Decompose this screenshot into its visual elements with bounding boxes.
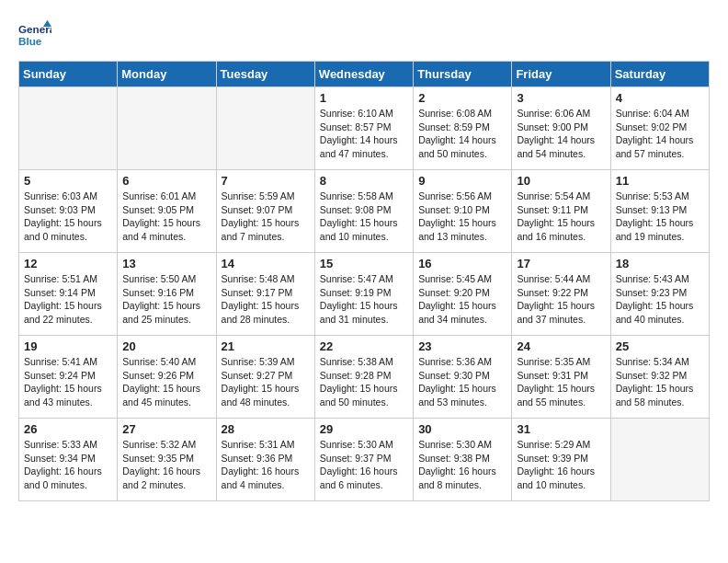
calendar-week-5: 26Sunrise: 5:33 AM Sunset: 9:34 PM Dayli… [19, 419, 710, 501]
calendar-cell [216, 87, 314, 170]
calendar-week-1: 1Sunrise: 6:10 AM Sunset: 8:57 PM Daylig… [19, 87, 710, 170]
calendar-cell: 14Sunrise: 5:48 AM Sunset: 9:17 PM Dayli… [216, 253, 314, 336]
day-number: 3 [517, 91, 605, 105]
day-info: Sunrise: 5:54 AM Sunset: 9:11 PM Dayligh… [517, 190, 605, 244]
calendar-cell: 16Sunrise: 5:45 AM Sunset: 9:20 PM Dayli… [414, 253, 512, 336]
day-info: Sunrise: 5:32 AM Sunset: 9:35 PM Dayligh… [122, 438, 210, 492]
day-info: Sunrise: 5:41 AM Sunset: 9:24 PM Dayligh… [24, 355, 112, 409]
day-info: Sunrise: 5:56 AM Sunset: 9:10 PM Dayligh… [418, 190, 506, 244]
calendar-cell: 24Sunrise: 5:35 AM Sunset: 9:31 PM Dayli… [512, 336, 610, 419]
day-number: 21 [222, 339, 310, 353]
day-header-saturday: Saturday [610, 62, 709, 87]
day-info: Sunrise: 5:48 AM Sunset: 9:17 PM Dayligh… [222, 272, 310, 327]
day-info: Sunrise: 5:35 AM Sunset: 9:31 PM Dayligh… [517, 355, 605, 409]
day-header-tuesday: Tuesday [216, 62, 314, 87]
day-number: 15 [320, 257, 408, 270]
day-number: 29 [320, 422, 408, 436]
day-info: Sunrise: 6:08 AM Sunset: 8:59 PM Dayligh… [418, 107, 506, 161]
day-number: 8 [320, 174, 408, 188]
day-info: Sunrise: 5:45 AM Sunset: 9:20 PM Dayligh… [418, 272, 506, 327]
calendar-cell: 19Sunrise: 5:41 AM Sunset: 9:24 PM Dayli… [19, 336, 118, 419]
calendar-cell [19, 87, 118, 170]
calendar-cell: 17Sunrise: 5:44 AM Sunset: 9:22 PM Dayli… [512, 253, 610, 336]
calendar-cell: 7Sunrise: 5:59 AM Sunset: 9:07 PM Daylig… [216, 170, 314, 253]
day-header-sunday: Sunday [19, 62, 118, 87]
day-info: Sunrise: 6:04 AM Sunset: 9:02 PM Dayligh… [616, 107, 704, 161]
day-number: 1 [320, 91, 408, 105]
day-number: 28 [222, 422, 310, 436]
day-number: 9 [418, 174, 506, 188]
day-info: Sunrise: 6:10 AM Sunset: 8:57 PM Dayligh… [320, 107, 408, 161]
day-number: 26 [24, 422, 112, 436]
day-number: 31 [517, 422, 605, 436]
day-number: 24 [517, 339, 605, 353]
calendar-cell: 2Sunrise: 6:08 AM Sunset: 8:59 PM Daylig… [414, 87, 512, 170]
calendar-week-2: 5Sunrise: 6:03 AM Sunset: 9:03 PM Daylig… [19, 170, 710, 253]
calendar-cell: 1Sunrise: 6:10 AM Sunset: 8:57 PM Daylig… [314, 87, 413, 170]
calendar-cell: 12Sunrise: 5:51 AM Sunset: 9:14 PM Dayli… [19, 253, 118, 336]
calendar-cell: 22Sunrise: 5:38 AM Sunset: 9:28 PM Dayli… [314, 336, 413, 419]
day-number: 2 [418, 91, 506, 105]
day-info: Sunrise: 5:29 AM Sunset: 9:39 PM Dayligh… [517, 438, 605, 492]
calendar-cell: 21Sunrise: 5:39 AM Sunset: 9:27 PM Dayli… [216, 336, 314, 419]
calendar-week-3: 12Sunrise: 5:51 AM Sunset: 9:14 PM Dayli… [19, 253, 710, 336]
calendar-cell: 5Sunrise: 6:03 AM Sunset: 9:03 PM Daylig… [19, 170, 118, 253]
calendar-cell: 31Sunrise: 5:29 AM Sunset: 9:39 PM Dayli… [512, 419, 610, 501]
day-info: Sunrise: 6:01 AM Sunset: 9:05 PM Dayligh… [122, 190, 210, 244]
day-number: 30 [418, 422, 506, 436]
day-info: Sunrise: 5:39 AM Sunset: 9:27 PM Dayligh… [222, 355, 310, 409]
calendar-cell: 18Sunrise: 5:43 AM Sunset: 9:23 PM Dayli… [610, 253, 709, 336]
day-header-monday: Monday [118, 62, 216, 87]
day-info: Sunrise: 5:43 AM Sunset: 9:23 PM Dayligh… [616, 272, 704, 327]
day-info: Sunrise: 5:31 AM Sunset: 9:36 PM Dayligh… [222, 438, 310, 492]
calendar-cell: 23Sunrise: 5:36 AM Sunset: 9:30 PM Dayli… [414, 336, 512, 419]
day-info: Sunrise: 5:34 AM Sunset: 9:32 PM Dayligh… [616, 355, 704, 409]
day-number: 14 [222, 257, 310, 270]
day-number: 13 [122, 257, 210, 270]
days-header-row: SundayMondayTuesdayWednesdayThursdayFrid… [19, 62, 710, 87]
day-info: Sunrise: 5:33 AM Sunset: 9:34 PM Dayligh… [24, 438, 112, 492]
day-number: 16 [418, 257, 506, 270]
day-number: 18 [616, 257, 704, 270]
day-number: 27 [122, 422, 210, 436]
day-info: Sunrise: 5:40 AM Sunset: 9:26 PM Dayligh… [122, 355, 210, 409]
day-info: Sunrise: 6:06 AM Sunset: 9:00 PM Dayligh… [517, 107, 605, 161]
day-info: Sunrise: 5:53 AM Sunset: 9:13 PM Dayligh… [616, 190, 704, 244]
calendar-cell: 13Sunrise: 5:50 AM Sunset: 9:16 PM Dayli… [118, 253, 216, 336]
day-number: 4 [616, 91, 704, 105]
calendar-cell: 20Sunrise: 5:40 AM Sunset: 9:26 PM Dayli… [118, 336, 216, 419]
calendar-cell: 26Sunrise: 5:33 AM Sunset: 9:34 PM Dayli… [19, 419, 118, 501]
day-header-friday: Friday [512, 62, 610, 87]
day-info: Sunrise: 5:58 AM Sunset: 9:08 PM Dayligh… [320, 190, 408, 244]
day-info: Sunrise: 5:59 AM Sunset: 9:07 PM Dayligh… [222, 190, 310, 244]
calendar-cell: 29Sunrise: 5:30 AM Sunset: 9:37 PM Dayli… [314, 419, 413, 501]
calendar-cell: 9Sunrise: 5:56 AM Sunset: 9:10 PM Daylig… [414, 170, 512, 253]
calendar-cell: 4Sunrise: 6:04 AM Sunset: 9:02 PM Daylig… [610, 87, 709, 170]
calendar-cell [118, 87, 216, 170]
calendar-cell: 11Sunrise: 5:53 AM Sunset: 9:13 PM Dayli… [610, 170, 709, 253]
calendar-cell: 28Sunrise: 5:31 AM Sunset: 9:36 PM Dayli… [216, 419, 314, 501]
calendar-week-4: 19Sunrise: 5:41 AM Sunset: 9:24 PM Dayli… [19, 336, 710, 419]
day-number: 12 [24, 257, 112, 270]
day-number: 11 [616, 174, 704, 188]
day-number: 23 [418, 339, 506, 353]
day-header-wednesday: Wednesday [314, 62, 413, 87]
day-info: Sunrise: 5:47 AM Sunset: 9:19 PM Dayligh… [320, 272, 408, 327]
day-info: Sunrise: 5:36 AM Sunset: 9:30 PM Dayligh… [418, 355, 506, 409]
calendar-cell: 6Sunrise: 6:01 AM Sunset: 9:05 PM Daylig… [118, 170, 216, 253]
day-info: Sunrise: 6:03 AM Sunset: 9:03 PM Dayligh… [24, 190, 112, 244]
day-number: 22 [320, 339, 408, 353]
calendar-cell: 10Sunrise: 5:54 AM Sunset: 9:11 PM Dayli… [512, 170, 610, 253]
calendar-cell: 27Sunrise: 5:32 AM Sunset: 9:35 PM Dayli… [118, 419, 216, 501]
page-header: General Blue [18, 18, 710, 52]
calendar-cell: 30Sunrise: 5:30 AM Sunset: 9:38 PM Dayli… [414, 419, 512, 501]
calendar-table: SundayMondayTuesdayWednesdayThursdayFrid… [18, 61, 710, 501]
day-number: 7 [222, 174, 310, 188]
calendar-cell [610, 419, 709, 501]
calendar-cell: 25Sunrise: 5:34 AM Sunset: 9:32 PM Dayli… [610, 336, 709, 419]
calendar-cell: 8Sunrise: 5:58 AM Sunset: 9:08 PM Daylig… [314, 170, 413, 253]
day-info: Sunrise: 5:38 AM Sunset: 9:28 PM Dayligh… [320, 355, 408, 409]
day-number: 19 [24, 339, 112, 353]
svg-text:Blue: Blue [18, 35, 42, 47]
logo-icon: General Blue [18, 18, 51, 52]
